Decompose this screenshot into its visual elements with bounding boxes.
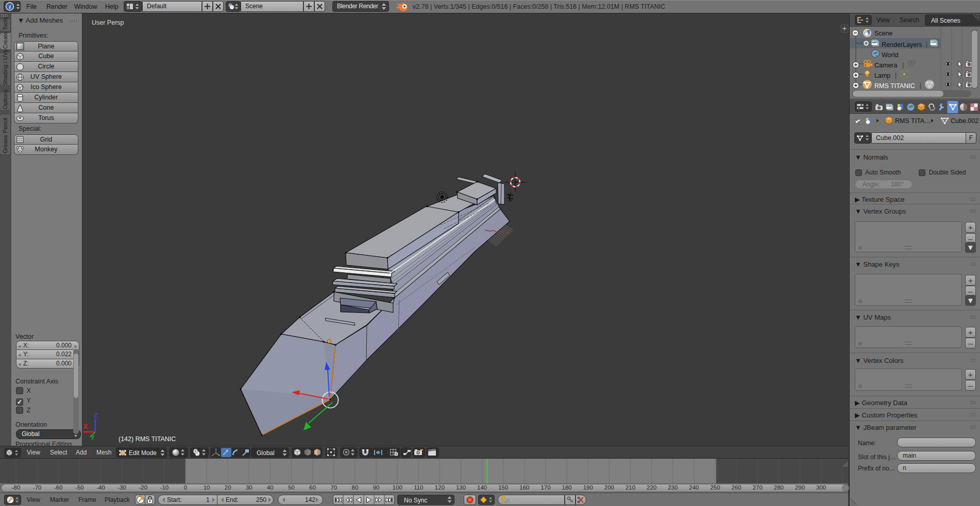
svg-text:RMS TITA…: RMS TITA… [895, 117, 931, 125]
svg-text:World: World [882, 51, 898, 59]
svg-text:Z: Z [94, 412, 97, 420]
svg-text:X: X [83, 423, 88, 430]
svg-text:User Persp: User Persp [92, 19, 124, 26]
svg-text:Cube.002: Cube.002 [951, 117, 978, 125]
svg-text:Camera: Camera [874, 62, 898, 69]
svg-text:|: | [920, 82, 921, 89]
svg-text:RenderLayers: RenderLayers [882, 41, 922, 48]
svg-text:Lamp: Lamp [874, 72, 890, 79]
svg-text:|: | [902, 61, 904, 68]
svg-text:RMS TITANIC: RMS TITANIC [874, 82, 915, 90]
svg-text:Scene: Scene [874, 30, 892, 37]
svg-text:y: y [91, 433, 95, 440]
svg-text:(142) RMS TITANIC: (142) RMS TITANIC [119, 435, 176, 443]
svg-text:|: | [895, 72, 897, 79]
svg-text:|: | [926, 41, 927, 48]
